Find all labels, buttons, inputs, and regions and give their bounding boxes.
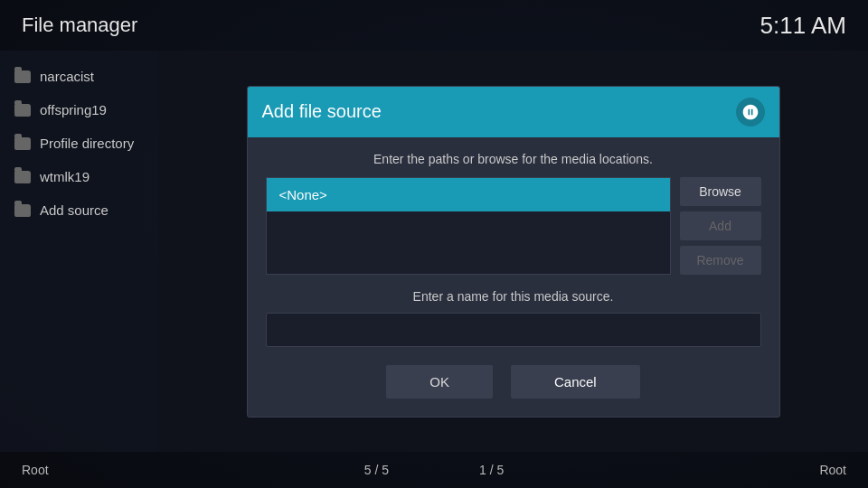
dialog-body: Enter the paths or browse for the media … <box>248 137 779 417</box>
sidebar-item-label: Add source <box>40 202 108 218</box>
sidebar-item-wtmlk19[interactable]: wtmlk19 <box>0 160 158 193</box>
name-hint: Enter a name for this media source. <box>266 289 761 304</box>
folder-icon <box>14 204 31 217</box>
folder-icon <box>14 70 31 83</box>
folder-icon <box>14 104 31 117</box>
remove-button[interactable]: Remove <box>680 246 761 275</box>
path-list: <None> <box>266 177 671 275</box>
sidebar-item-offspring19[interactable]: offspring19 <box>0 93 158 127</box>
footer-bar: Root 5 / 5 1 / 5 Root <box>0 452 868 488</box>
sidebar-item-narcacist[interactable]: narcacist <box>0 60 158 93</box>
add-button[interactable]: Add <box>680 211 761 240</box>
main-content: Add file source Enter the paths or brows… <box>158 51 868 452</box>
footer-center: 5 / 5 1 / 5 <box>364 463 505 477</box>
footer-page-right: 1 / 5 <box>479 463 504 477</box>
modal-overlay: Add file source Enter the paths or brows… <box>158 51 868 452</box>
sidebar-item-label: wtmlk19 <box>40 169 90 184</box>
header-bar: File manager 5:11 AM <box>0 0 868 51</box>
sidebar-item-label: narcacist <box>40 69 94 84</box>
sidebar-item-label: offspring19 <box>40 102 107 117</box>
dialog-header: Add file source <box>248 87 779 137</box>
path-section: <None> Browse Add Remove <box>266 177 761 275</box>
dialog-title: Add file source <box>262 101 382 122</box>
sidebar: narcacist offspring19 Profile directory … <box>0 51 158 452</box>
dialog-path-hint: Enter the paths or browse for the media … <box>266 152 761 166</box>
sidebar-item-add-source[interactable]: Add source <box>0 193 158 227</box>
cancel-button[interactable]: Cancel <box>511 365 640 399</box>
dialog-footer: OK Cancel <box>266 365 761 399</box>
footer-left: Root <box>22 463 49 477</box>
sidebar-item-profile-directory[interactable]: Profile directory <box>0 127 158 160</box>
source-name-input[interactable] <box>266 313 761 347</box>
name-section: Enter a name for this media source. <box>266 289 761 347</box>
footer-page-left: 5 / 5 <box>364 463 389 477</box>
footer-right: Root <box>819 463 846 477</box>
add-file-source-dialog: Add file source Enter the paths or brows… <box>247 86 780 418</box>
kodi-icon <box>741 103 760 121</box>
clock: 5:11 AM <box>760 12 846 40</box>
ok-button[interactable]: OK <box>386 365 493 399</box>
folder-icon <box>14 137 31 150</box>
folder-icon <box>14 171 31 183</box>
path-item-none[interactable]: <None> <box>267 178 670 211</box>
browse-button[interactable]: Browse <box>680 177 761 206</box>
sidebar-item-label: Profile directory <box>40 136 134 151</box>
path-action-buttons: Browse Add Remove <box>680 177 761 275</box>
app-title: File manager <box>22 14 137 37</box>
dialog-close-button[interactable] <box>736 98 765 127</box>
